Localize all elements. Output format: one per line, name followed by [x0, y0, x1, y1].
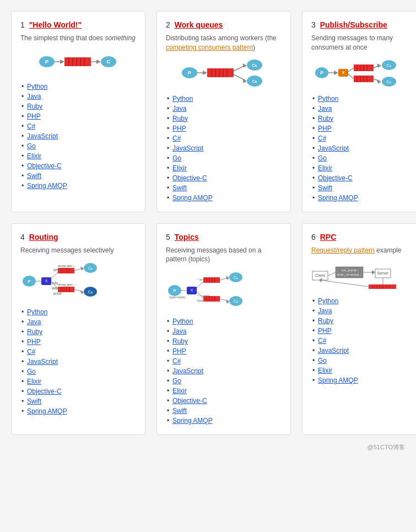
- link-js-3[interactable]: JavaScript: [318, 144, 349, 152]
- list-item: Java: [311, 306, 416, 316]
- link-js-1[interactable]: JavaScript: [27, 132, 58, 140]
- link-ruby-3[interactable]: Ruby: [318, 115, 333, 122]
- link-php-1[interactable]: PHP: [27, 112, 41, 120]
- link-swift-2[interactable]: Swift: [172, 184, 187, 192]
- link-csharp-6[interactable]: C#: [318, 337, 326, 345]
- link-php-6[interactable]: PHP: [318, 327, 332, 335]
- link-python-5[interactable]: Python: [172, 318, 193, 325]
- card-header-6: 6 RPC: [311, 233, 416, 241]
- link-go-1[interactable]: Go: [27, 142, 36, 150]
- link-list-4: Python Java Ruby PHP C# JavaScript Go El…: [20, 307, 136, 416]
- link-python-2[interactable]: Python: [172, 95, 193, 103]
- link-competing-consumers[interactable]: competing consumers pattern: [166, 44, 253, 51]
- list-item: Python: [166, 316, 282, 326]
- list-item: Elixir: [311, 163, 416, 173]
- link-ruby-6[interactable]: Ruby: [318, 317, 333, 325]
- link-java-5[interactable]: Java: [172, 327, 186, 335]
- link-python-1[interactable]: Python: [27, 83, 47, 90]
- routing-svg: P X error amqp.gen-... C: [20, 260, 136, 302]
- link-elixir-2[interactable]: Elixir: [172, 164, 187, 172]
- link-swift-4[interactable]: Swift: [27, 397, 41, 405]
- link-go-5[interactable]: Go: [172, 377, 181, 385]
- link-java-2[interactable]: Java: [172, 105, 186, 112]
- link-js-6[interactable]: JavaScript: [318, 347, 349, 354]
- card-title-6[interactable]: RPC: [320, 233, 337, 241]
- link-objc-3[interactable]: Objective-C: [318, 174, 353, 182]
- svg-marker-86: [80, 290, 84, 294]
- list-item: Elixir: [20, 377, 136, 386]
- link-java-4[interactable]: Java: [27, 318, 41, 326]
- link-spring-6[interactable]: Spring AMQP: [318, 377, 358, 384]
- link-elixir-4[interactable]: Elixir: [27, 378, 41, 385]
- list-item: Go: [311, 356, 416, 366]
- link-go-4[interactable]: Go: [27, 368, 36, 375]
- card-header-2: 2 Work queues: [166, 20, 282, 29]
- link-csharp-3[interactable]: C#: [318, 135, 326, 142]
- link-js-5[interactable]: JavaScript: [172, 367, 203, 375]
- link-objc-4[interactable]: Objective-C: [27, 388, 62, 395]
- card-title-5[interactable]: Topics: [175, 233, 199, 241]
- list-item: Ruby: [166, 336, 282, 346]
- link-js-4[interactable]: JavaScript: [27, 358, 58, 366]
- link-ruby-5[interactable]: Ruby: [172, 337, 188, 345]
- card-number-2: 2: [166, 20, 170, 29]
- svg-text:C₁: C₁: [386, 63, 391, 68]
- link-php-2[interactable]: PHP: [172, 125, 186, 132]
- link-csharp-1[interactable]: C#: [27, 122, 35, 130]
- link-csharp-4[interactable]: C#: [27, 348, 35, 356]
- link-java-3[interactable]: Java: [318, 105, 332, 112]
- card-number-5: 5: [166, 233, 170, 241]
- card-desc-1: The simplest thing that does something: [20, 34, 136, 43]
- link-swift-3[interactable]: Swift: [318, 184, 332, 192]
- link-python-3[interactable]: Python: [318, 95, 338, 103]
- card-title-2[interactable]: Work queues: [175, 20, 223, 29]
- svg-text:P: P: [320, 70, 323, 76]
- link-ruby-1[interactable]: Ruby: [27, 103, 42, 110]
- link-objc-2[interactable]: Objective-C: [172, 174, 207, 182]
- link-spring-5[interactable]: Spring AMQP: [172, 417, 213, 424]
- link-spring-2[interactable]: Spring AMQP: [172, 194, 213, 202]
- link-python-4[interactable]: Python: [27, 308, 47, 316]
- link-objc-5[interactable]: Objective-C: [172, 397, 207, 405]
- link-elixir-6[interactable]: Elixir: [318, 367, 332, 374]
- list-item: Elixir: [166, 163, 282, 173]
- link-python-6[interactable]: Python: [318, 297, 338, 305]
- card-title-3[interactable]: Publish/Subscribe: [320, 20, 387, 29]
- link-go-3[interactable]: Go: [318, 154, 327, 162]
- link-go-2[interactable]: Go: [172, 154, 181, 162]
- link-ruby-2[interactable]: Ruby: [172, 115, 188, 122]
- link-spring-3[interactable]: Spring AMQP: [318, 194, 358, 202]
- link-swift-1[interactable]: Swift: [27, 172, 41, 180]
- link-ruby-4[interactable]: Ruby: [27, 328, 42, 336]
- link-spring-1[interactable]: Spring AMQP: [27, 182, 67, 190]
- svg-line-64: [51, 272, 58, 278]
- svg-marker-35: [334, 71, 338, 75]
- card-title-1[interactable]: "Hello World!": [29, 20, 82, 29]
- link-csharp-2[interactable]: C#: [172, 135, 181, 142]
- link-elixir-3[interactable]: Elixir: [318, 164, 332, 172]
- link-objc-1[interactable]: Objective-C: [27, 162, 62, 170]
- link-elixir-5[interactable]: Elixir: [172, 387, 187, 395]
- pubsub-svg: P X C₁: [313, 58, 417, 88]
- link-php-4[interactable]: PHP: [27, 338, 41, 346]
- link-csharp-5[interactable]: C#: [172, 357, 181, 365]
- svg-text:amqp.gen-...: amqp.gen-...: [58, 283, 77, 286]
- link-swift-5[interactable]: Swift: [172, 407, 187, 415]
- link-php-5[interactable]: PHP: [172, 347, 186, 355]
- list-item: JavaScript: [20, 357, 136, 367]
- card-title-4[interactable]: Routing: [29, 233, 58, 241]
- link-php-3[interactable]: PHP: [318, 125, 332, 132]
- list-item: Python: [311, 94, 416, 104]
- svg-marker-72: [80, 266, 84, 271]
- link-spring-4[interactable]: Spring AMQP: [27, 407, 67, 415]
- link-js-2[interactable]: JavaScript: [172, 144, 203, 152]
- link-java-6[interactable]: Java: [318, 307, 332, 315]
- link-java-1[interactable]: Java: [27, 93, 41, 100]
- work-queues-svg: P C₁: [180, 58, 268, 88]
- link-elixir-1[interactable]: Elixir: [27, 152, 41, 160]
- list-item: PHP: [20, 337, 136, 347]
- list-item: Elixir: [166, 386, 282, 396]
- link-request-reply[interactable]: Request/reply pattern: [311, 246, 375, 254]
- link-go-6[interactable]: Go: [318, 357, 327, 364]
- svg-text:C: C: [107, 59, 111, 65]
